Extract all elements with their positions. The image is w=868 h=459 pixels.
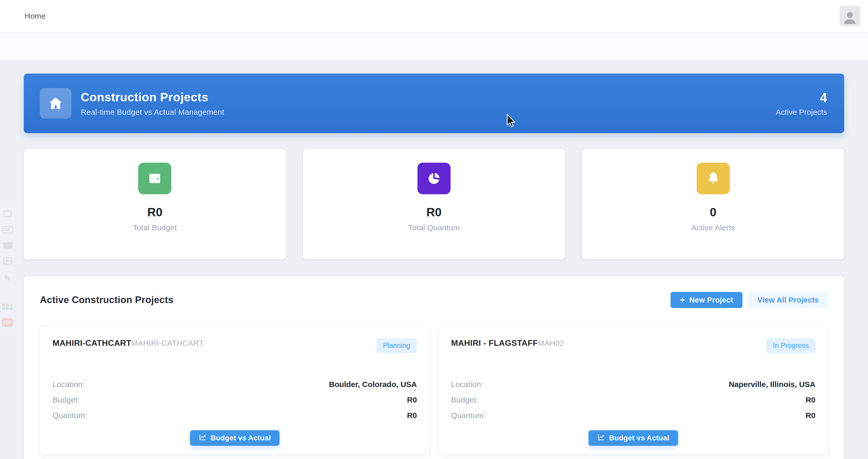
plus-icon: + bbox=[680, 295, 685, 304]
active-projects-count: 4 bbox=[776, 90, 827, 105]
new-project-label: New Project bbox=[689, 296, 733, 304]
secondary-bar bbox=[0, 32, 868, 60]
wallet-icon bbox=[138, 163, 171, 194]
row-label: Location: bbox=[451, 380, 483, 389]
row-value: R0 bbox=[806, 396, 815, 404]
dashboard-content: Construction Projects Real-time Budget v… bbox=[0, 60, 868, 459]
quantum-row: Quantum: R0 bbox=[53, 411, 417, 420]
view-all-projects-button[interactable]: View All Projects bbox=[748, 292, 828, 308]
budget-row: Budget: R0 bbox=[451, 396, 815, 404]
budget-vs-actual-button[interactable]: Budget vs Actual bbox=[589, 430, 678, 446]
row-label: Location: bbox=[53, 380, 85, 389]
page-header-banner: Construction Projects Real-time Budget v… bbox=[24, 74, 844, 133]
bell-icon bbox=[697, 163, 730, 194]
project-title: MAHIRI - FLAGSTAFFMAH02 bbox=[451, 338, 564, 348]
row-value: R0 bbox=[806, 411, 815, 420]
project-name: MAHIRI - FLAGSTAFF bbox=[451, 338, 538, 348]
row-value: R0 bbox=[407, 411, 417, 420]
stat-card-active-alerts: 0 Active Alerts bbox=[582, 149, 844, 259]
stat-label: Total Quantum bbox=[408, 223, 460, 232]
location-row: Location: Naperville, Illinois, USA bbox=[451, 380, 815, 389]
project-card-mahiri-cathcart: MAHIRI-CATHCARTMAHIRI-CATHCART Planning … bbox=[40, 326, 430, 454]
row-value: R0 bbox=[407, 396, 417, 404]
project-card-mahiri-flagstaff: MAHIRI - FLAGSTAFFMAH02 In Progress Loca… bbox=[438, 326, 828, 454]
line-chart-icon bbox=[597, 433, 605, 443]
stats-row: R0 Total Budget R0 Total Quantum 0 Activ bbox=[24, 149, 844, 259]
page-subtitle: Real-time Budget vs Actual Management bbox=[81, 108, 224, 117]
page-title: Construction Projects bbox=[81, 90, 224, 104]
project-title: MAHIRI-CATHCARTMAHIRI-CATHCART bbox=[53, 338, 204, 348]
mouse-cursor bbox=[505, 113, 517, 129]
new-project-button[interactable]: + New Project bbox=[671, 292, 742, 308]
budget-vs-actual-label: Budget vs Actual bbox=[211, 434, 271, 442]
projects-section: Active Construction Projects + New Proje… bbox=[24, 277, 844, 459]
home-icon bbox=[40, 88, 71, 119]
active-projects-count-label: Active Projects bbox=[776, 108, 827, 117]
budget-vs-actual-label: Budget vs Actual bbox=[609, 434, 669, 442]
section-heading: Active Construction Projects bbox=[40, 294, 174, 306]
top-navbar: Home bbox=[0, 0, 868, 32]
line-chart-icon bbox=[199, 433, 207, 443]
row-label: Quantum: bbox=[451, 411, 486, 420]
stat-value: R0 bbox=[147, 205, 162, 219]
status-badge: In Progress bbox=[766, 338, 815, 353]
location-row: Location: Boulder, Colorado, USA bbox=[53, 380, 417, 389]
project-code: MAH02 bbox=[538, 339, 564, 347]
row-label: Quantum: bbox=[53, 411, 87, 420]
quantum-row: Quantum: R0 bbox=[451, 411, 815, 420]
stat-label: Total Budget bbox=[133, 223, 177, 232]
row-value: Boulder, Colorado, USA bbox=[329, 380, 417, 389]
row-label: Budget: bbox=[53, 396, 80, 404]
stat-card-total-budget: R0 Total Budget bbox=[24, 149, 286, 259]
budget-vs-actual-button[interactable]: Budget vs Actual bbox=[190, 430, 279, 446]
stat-value: 0 bbox=[710, 205, 717, 219]
status-badge: Planning bbox=[376, 338, 417, 353]
pie-chart-icon bbox=[417, 163, 451, 194]
project-name: MAHIRI-CATHCART bbox=[53, 338, 131, 348]
project-code: MAHIRI-CATHCART bbox=[131, 339, 204, 347]
stat-label: Active Alerts bbox=[691, 223, 735, 232]
row-label: Budget: bbox=[451, 396, 478, 404]
budget-row: Budget: R0 bbox=[53, 396, 417, 404]
nav-home-link[interactable]: Home bbox=[25, 12, 46, 21]
person-icon bbox=[842, 9, 858, 26]
stat-card-total-quantum: R0 Total Quantum bbox=[303, 149, 565, 259]
stat-value: R0 bbox=[427, 205, 442, 219]
user-avatar[interactable] bbox=[840, 6, 860, 26]
row-value: Naperville, Illinois, USA bbox=[729, 380, 815, 389]
